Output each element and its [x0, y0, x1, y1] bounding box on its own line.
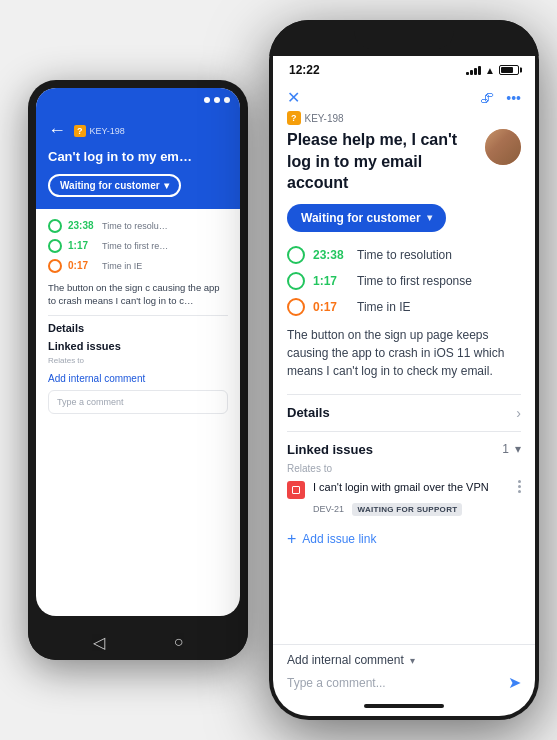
- metric-label-2: Time to first re…: [102, 241, 168, 251]
- android-metric-1: 23:38 Time to resolu…: [48, 219, 228, 233]
- iphone-metric-time-3: 0:17: [313, 300, 349, 314]
- android-key-badge: ?: [74, 125, 86, 137]
- iphone-metric-icon-1: [287, 246, 305, 264]
- iphone-top-actions: ✕ 🖇 •••: [273, 84, 535, 111]
- metric-time-2: 1:17: [68, 240, 96, 251]
- iphone-linked-label: Linked issues: [287, 442, 373, 457]
- add-link-plus-icon: +: [287, 530, 296, 548]
- add-comment-label: Add internal comment: [287, 653, 404, 667]
- android-back-nav[interactable]: ◁: [93, 633, 105, 652]
- signal-bars-icon: [466, 65, 481, 75]
- iphone-metrics: 23:38 Time to resolution 1:17 Time to fi…: [287, 246, 521, 316]
- status-dot-1: [204, 97, 210, 103]
- iphone-relates-label: Relates to: [287, 463, 521, 474]
- linked-count: 1: [502, 442, 509, 456]
- status-dot-2: [214, 97, 220, 103]
- android-comment-input[interactable]: Type a comment: [48, 390, 228, 414]
- iphone-status-bar: 12:22 ▲: [273, 56, 535, 84]
- iphone-metric-label-3: Time in IE: [357, 300, 411, 314]
- android-add-comment[interactable]: Add internal comment: [48, 373, 228, 384]
- iphone-notch: [354, 27, 454, 49]
- iphone-issue-text: I can't login with gmail over the VPN DE…: [313, 480, 510, 516]
- iphone-linked-header: Linked issues 1 ▾: [287, 431, 521, 463]
- iphone-comment-input[interactable]: Type a comment...: [287, 676, 508, 690]
- android-key-text: KEY-198: [90, 126, 125, 136]
- android-header: ← ? KEY-198 Can't log in to my em… Waiti…: [36, 112, 240, 209]
- metric-icon-3: [48, 259, 62, 273]
- iphone-details-row[interactable]: Details ›: [287, 394, 521, 431]
- issue-menu-icon[interactable]: [518, 480, 521, 493]
- android-home-nav[interactable]: ○: [174, 633, 184, 651]
- iphone-linked-right: 1 ▾: [502, 442, 521, 456]
- android-issue-title: Can't log in to my em…: [48, 149, 228, 166]
- status-dot-3: [224, 97, 230, 103]
- status-chevron-icon: ▾: [427, 212, 432, 223]
- iphone: 12:22 ▲ ✕ 🖇 •••: [269, 20, 539, 720]
- android-linked-label: Linked issues: [48, 340, 228, 352]
- android-metric-2: 1:17 Time to first re…: [48, 239, 228, 253]
- android-status-icons: [204, 97, 230, 103]
- android-metric-3: 0:17 Time in IE: [48, 259, 228, 273]
- android-status-button[interactable]: Waiting for customer ▾: [48, 174, 181, 197]
- android-relates-label: Relates to: [48, 356, 228, 365]
- android-status-bar: [36, 88, 240, 112]
- home-bar: [364, 704, 444, 708]
- iphone-metric-icon-2: [287, 272, 305, 290]
- metric-label-3: Time in IE: [102, 261, 142, 271]
- iphone-key-text: KEY-198: [305, 113, 344, 124]
- iphone-key-badge: ?: [287, 111, 301, 125]
- iphone-status-icons: ▲: [466, 65, 519, 76]
- android-description: The button on the sign c causing the app…: [48, 281, 228, 308]
- iphone-issue-title: Please help me, I can't log in to my ema…: [287, 129, 485, 194]
- add-link-label: Add issue link: [302, 532, 376, 546]
- wifi-icon: ▲: [485, 65, 495, 76]
- iphone-metric-time-1: 23:38: [313, 248, 349, 262]
- iphone-home-indicator: [273, 696, 535, 716]
- iphone-add-link[interactable]: + Add issue link: [287, 522, 521, 556]
- metric-time-1: 23:38: [68, 220, 96, 231]
- iphone-linked-issue: I can't login with gmail over the VPN DE…: [287, 480, 521, 516]
- iphone-key-row: ? KEY-198: [287, 111, 521, 125]
- close-icon[interactable]: ✕: [287, 88, 300, 107]
- iphone-metric-3: 0:17 Time in IE: [287, 298, 521, 316]
- metric-icon-1: [48, 219, 62, 233]
- iphone-issue-badge: WAITING FOR SUPPORT: [352, 503, 462, 516]
- attachment-icon[interactable]: 🖇: [480, 90, 494, 106]
- iphone-issue-title: I can't login with gmail over the VPN: [313, 480, 510, 494]
- back-arrow-icon[interactable]: ←: [48, 120, 66, 141]
- battery-icon: [499, 65, 519, 75]
- android-screen: ← ? KEY-198 Can't log in to my em… Waiti…: [36, 88, 240, 616]
- metric-time-3: 0:17: [68, 260, 96, 271]
- android-header-top: ← ? KEY-198: [48, 120, 228, 141]
- user-avatar: [485, 129, 521, 165]
- iphone-title-row: Please help me, I can't log in to my ema…: [287, 129, 521, 194]
- iphone-status-button[interactable]: Waiting for customer ▾: [287, 204, 446, 232]
- details-chevron-icon: ›: [516, 405, 521, 421]
- metric-label-1: Time to resolu…: [102, 221, 168, 231]
- iphone-screen: 12:22 ▲ ✕ 🖇 •••: [273, 56, 535, 716]
- iphone-comment-row: Type a comment... ➤: [287, 673, 521, 692]
- issue-type-icon: [287, 481, 305, 499]
- android-details-row: Details: [48, 315, 228, 334]
- send-icon[interactable]: ➤: [508, 673, 521, 692]
- android-phone: ← ? KEY-198 Can't log in to my em… Waiti…: [28, 80, 248, 660]
- iphone-content: ? KEY-198 Please help me, I can't log in…: [273, 111, 535, 644]
- iphone-metric-2: 1:17 Time to first response: [287, 272, 521, 290]
- android-nav-bar: ◁ ○: [28, 624, 248, 660]
- metric-icon-2: [48, 239, 62, 253]
- iphone-comment-header: Add internal comment ▾: [287, 653, 521, 667]
- iphone-metric-label-2: Time to first response: [357, 274, 472, 288]
- iphone-issue-key: DEV-21: [313, 504, 344, 514]
- iphone-metric-icon-3: [287, 298, 305, 316]
- android-details-label: Details: [48, 322, 84, 334]
- android-content: 23:38 Time to resolu… 1:17 Time to first…: [36, 209, 240, 616]
- iphone-time: 12:22: [289, 63, 320, 77]
- iphone-notch-area: [269, 20, 539, 56]
- iphone-details-label: Details: [287, 405, 330, 420]
- iphone-description: The button on the sign up page keeps cau…: [287, 326, 521, 380]
- linked-chevron-icon: ▾: [515, 442, 521, 456]
- iphone-metric-time-2: 1:17: [313, 274, 349, 288]
- more-options-icon[interactable]: •••: [506, 90, 521, 106]
- iphone-metric-label-1: Time to resolution: [357, 248, 452, 262]
- comment-chevron-icon: ▾: [410, 655, 415, 666]
